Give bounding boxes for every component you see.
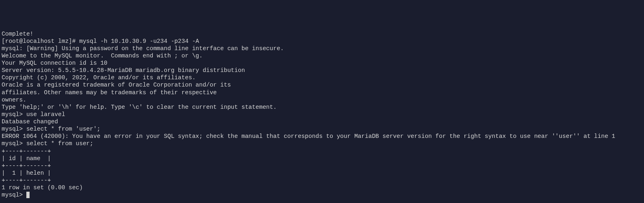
terminal-line: Your MySQL connection id is 10 [2, 59, 644, 67]
terminal-line: Welcome to the MySQL monitor. Commands e… [2, 52, 644, 59]
terminal-line: +----+-------+ [2, 162, 644, 169]
terminal-line: 1 row in set (0.00 sec) [2, 184, 644, 191]
terminal-line: affiliates. Other names may be trademark… [2, 89, 644, 96]
terminal-line: ERROR 1064 (42000): You have an error in… [2, 133, 644, 140]
terminal-line: Type 'help;' or '\h' for help. Type '\c'… [2, 104, 644, 111]
terminal-line: Database changed [2, 118, 644, 125]
terminal-line: Copyright (c) 2000, 2022, Oracle and/or … [2, 74, 644, 81]
terminal-line: mysql> [2, 191, 644, 199]
terminal-line: | id | name | [2, 155, 644, 162]
terminal-line: mysql: [Warning] Using a password on the… [2, 45, 644, 52]
terminal-line: +----+-------+ [2, 148, 644, 155]
terminal-line: Server version: 5.5.5-10.4.28-MariaDB ma… [2, 67, 644, 74]
terminal-line: +----+-------+ [2, 177, 644, 184]
terminal-line: [root@localhost lmz]# mysql -h 10.10.30.… [2, 38, 644, 45]
terminal-line: mysql> select * from user; [2, 140, 644, 147]
terminal-line: owners. [2, 96, 644, 104]
terminal-output[interactable]: Complete![root@localhost lmz]# mysql -h … [2, 30, 644, 199]
terminal-line: mysql> use laravel [2, 111, 644, 118]
terminal-line: | 1 | helen | [2, 169, 644, 177]
terminal-cursor [26, 192, 30, 198]
terminal-line: mysql> select * from 'user'; [2, 125, 644, 133]
terminal-line: Oracle is a registered trademark of Orac… [2, 81, 644, 89]
terminal-line: Complete! [2, 30, 644, 38]
